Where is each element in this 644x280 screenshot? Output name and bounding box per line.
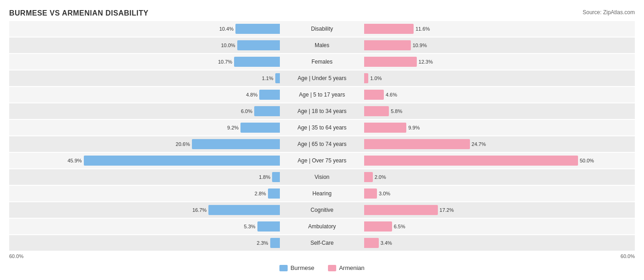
table-row: 10.7% Females 12.3% [9,54,635,70]
chart-container: BURMESE VS ARMENIAN DISABILITY Source: Z… [0,5,644,280]
legend-armenian-label: Armenian [339,264,365,271]
left-value: 1.8% [259,174,270,180]
bar-right-container: 1.0% [363,70,635,86]
table-row: 20.6% Age | 65 to 74 years 24.7% [9,136,635,152]
left-value: 2.8% [255,191,266,196]
bar-right: 10.9% [364,40,411,50]
chart-title: BURMESE VS ARMENIAN DISABILITY [9,9,148,17]
bar-left-container: 2.8% [9,186,281,201]
bar-right: 1.0% [364,73,368,83]
right-value: 10.9% [413,43,427,48]
axis-left: 60.0% [9,253,23,259]
bar-left-container: 20.6% [9,136,281,152]
right-value: 4.6% [386,92,397,97]
bar-left: 2.3% [270,238,280,248]
bar-left: 20.6% [192,139,280,149]
bar-right-container: 2.0% [363,169,635,185]
bar-left: 4.8% [259,90,280,100]
table-row: 1.1% Age | Under 5 years 1.0% [9,70,635,86]
bar-left: 1.1% [275,73,280,83]
row-label: Age | Under 5 years [281,75,363,81]
left-value: 5.3% [244,224,255,229]
row-label: Disability [281,26,363,32]
bar-left-container: 9.2% [9,120,281,135]
table-row: 16.7% Cognitive 17.2% [9,202,635,218]
bar-left-container: 10.7% [9,54,281,70]
left-value: 2.3% [257,240,268,246]
bar-left-container: 6.0% [9,103,281,119]
bar-right-container: 17.2% [363,202,635,218]
right-value: 24.7% [472,141,486,147]
bar-right: 3.0% [364,188,377,199]
bar-left-container: 10.4% [9,21,281,37]
legend: Burmese Armenian [9,264,635,271]
row-label: Age | 18 to 34 years [281,108,363,114]
bar-right: 12.3% [364,57,417,67]
bar-right: 50.0% [364,156,578,166]
bar-left-container: 2.3% [9,235,281,251]
table-row: 5.3% Ambulatory 6.5% [9,219,635,234]
legend-burmese-color [279,265,288,271]
chart-header: BURMESE VS ARMENIAN DISABILITY Source: Z… [9,9,635,17]
bar-right-container: 3.0% [363,186,635,201]
right-value: 1.0% [370,75,382,81]
left-value: 10.7% [218,59,232,65]
table-row: 10.4% Disability 11.6% [9,21,635,37]
right-value: 6.5% [394,224,405,229]
left-value: 10.0% [221,43,235,48]
bar-left-container: 16.7% [9,202,281,218]
bar-right-container: 10.9% [363,38,635,53]
bar-left: 10.4% [235,24,280,34]
bar-right: 11.6% [364,24,414,34]
bar-right-container: 9.9% [363,120,635,135]
bar-right: 3.4% [364,238,379,248]
bar-right: 5.8% [364,106,389,116]
axis-right: 60.0% [621,253,635,259]
left-value: 16.7% [192,207,207,213]
bar-left: 10.0% [237,40,280,50]
left-value: 6.0% [241,108,252,114]
right-value: 3.4% [381,240,392,246]
bar-left: 5.3% [257,221,280,232]
left-value: 4.8% [246,92,257,97]
bar-right-container: 50.0% [363,153,635,168]
right-value: 9.9% [408,125,420,130]
right-value: 5.8% [391,108,402,114]
right-value: 17.2% [440,207,454,213]
table-row: 2.8% Hearing 3.0% [9,186,635,201]
right-value: 12.3% [419,59,433,65]
row-label: Hearing [281,190,363,197]
table-row: 10.0% Males 10.9% [9,38,635,53]
bar-left-container: 5.3% [9,219,281,234]
bar-right: 4.6% [364,90,384,100]
table-row: 45.9% Age | Over 75 years 50.0% [9,153,635,168]
bar-left-container: 1.8% [9,169,281,185]
bar-right: 6.5% [364,221,392,232]
row-label: Age | 65 to 74 years [281,141,363,147]
bar-left: 6.0% [254,106,280,116]
row-label: Self-Care [281,240,363,246]
bar-right-container: 6.5% [363,219,635,234]
left-value: 9.2% [227,125,239,130]
left-value: 1.1% [262,75,273,81]
table-row: 4.8% Age | 5 to 17 years 4.6% [9,87,635,102]
bar-left-container: 45.9% [9,153,281,168]
row-label: Vision [281,174,363,180]
table-row: 6.0% Age | 18 to 34 years 5.8% [9,103,635,119]
row-label: Ambulatory [281,223,363,230]
bar-left: 10.7% [234,57,280,67]
bar-left-container: 10.0% [9,38,281,53]
row-label: Males [281,42,363,48]
right-value: 50.0% [580,158,594,163]
bar-left-container: 4.8% [9,87,281,102]
bar-right: 2.0% [364,172,373,182]
row-label: Age | Over 75 years [281,157,363,164]
legend-armenian: Armenian [328,264,365,271]
left-value: 45.9% [67,158,82,163]
right-value: 3.0% [379,191,390,196]
table-row: 9.2% Age | 35 to 64 years 9.9% [9,120,635,135]
axis-row: 60.0% 60.0% [9,252,635,261]
chart-body: 10.4% Disability 11.6% 10.0% Males 10.9%… [9,21,635,251]
row-label: Age | 35 to 64 years [281,124,363,131]
bar-right-container: 5.8% [363,103,635,119]
